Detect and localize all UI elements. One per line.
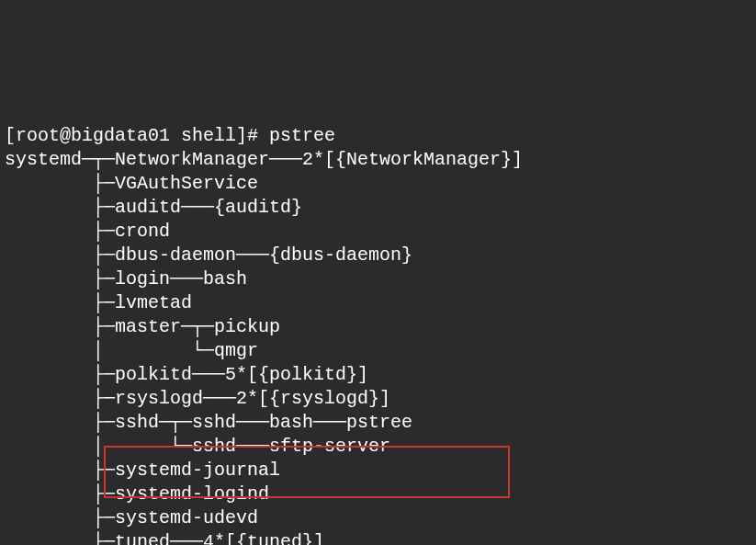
pstree-line-9: │ └─qmgr xyxy=(5,340,258,361)
pstree-line-4: ├─crond xyxy=(5,221,170,242)
pstree-line-3: ├─auditd───{auditd} xyxy=(5,197,302,218)
pstree-line-14: ├─systemd-journal xyxy=(5,460,280,481)
pstree-line-8: ├─master─┬─pickup xyxy=(5,316,280,337)
pstree-line-13: │ └─sshd───sftp-server xyxy=(5,436,390,457)
pstree-line-6: ├─login───bash xyxy=(5,268,247,290)
pstree-line-12: ├─sshd─┬─sshd───bash───pstree xyxy=(5,412,412,433)
pstree-line-7: ├─lvmetad xyxy=(5,292,192,313)
pstree-line-10: ├─polkitd───5*[{polkitd}] xyxy=(5,364,368,385)
pstree-line-17: ├─tuned───4*[{tuned}] xyxy=(5,531,324,545)
pstree-line-15: ├─systemd-logind xyxy=(5,483,269,505)
pstree-line-2: ├─VGAuthService xyxy=(5,173,258,194)
shell-prompt: [root@bigdata01 shell]# pstree xyxy=(5,125,335,146)
terminal-window: [root@bigdata01 shell]# pstree systemd─┬… xyxy=(5,100,751,545)
pstree-line-5: ├─dbus-daemon───{dbus-daemon} xyxy=(5,244,412,266)
pstree-line-1: systemd─┬─NetworkManager───2*[{NetworkMa… xyxy=(5,149,523,170)
pstree-line-11: ├─rsyslogd───2*[{rsyslogd}] xyxy=(5,388,390,409)
pstree-line-16: ├─systemd-udevd xyxy=(5,507,258,528)
